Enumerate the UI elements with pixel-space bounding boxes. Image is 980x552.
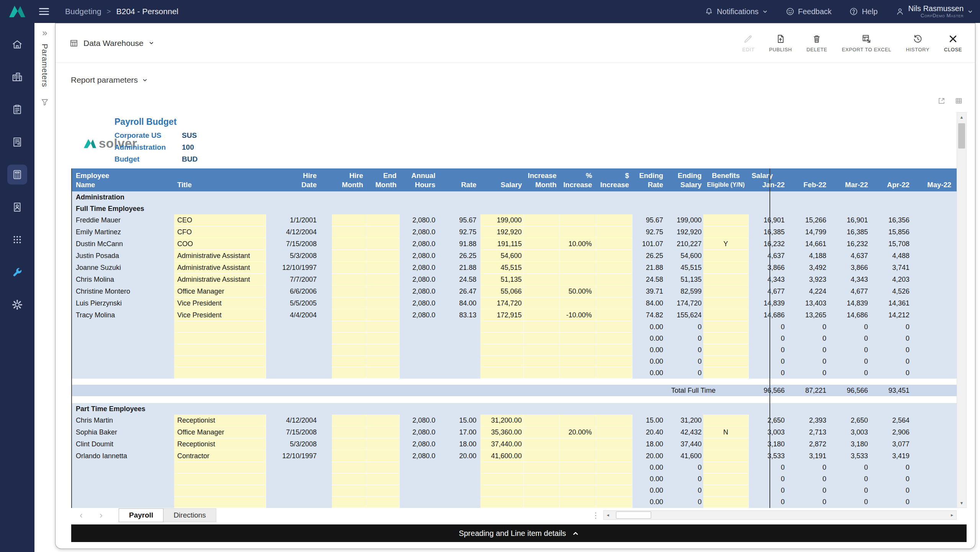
cell-benefits[interactable]	[703, 274, 748, 286]
cell-benefits[interactable]	[703, 250, 748, 262]
cell-end_month[interactable]	[366, 321, 399, 333]
cell-salary[interactable]: 172,915	[480, 309, 524, 321]
cell-increase_month[interactable]	[523, 321, 559, 333]
cell-end_month[interactable]	[366, 415, 399, 426]
cell-end_month[interactable]	[366, 286, 399, 297]
cell-increase_month[interactable]	[523, 250, 559, 262]
cell-end_month[interactable]	[366, 250, 399, 262]
cell-salary[interactable]	[480, 462, 524, 473]
sidebar-item-tasks[interactable]	[7, 100, 27, 119]
cell-title[interactable]: Vice President	[174, 297, 266, 309]
history-button[interactable]: HISTORY	[906, 34, 929, 52]
cell-title[interactable]: Office Manager	[174, 426, 266, 438]
cell-pct_increase[interactable]: 50.00%	[560, 286, 596, 297]
cell-hire_month[interactable]	[332, 415, 366, 426]
menu-icon[interactable]	[39, 8, 49, 15]
cell-title[interactable]: Receptionist	[174, 438, 266, 450]
cell-pct_increase[interactable]	[560, 333, 596, 344]
cell-benefits[interactable]	[703, 415, 748, 426]
cell-increase_month[interactable]	[523, 297, 559, 309]
cell-hire_month[interactable]	[332, 262, 366, 274]
cell-hire_month[interactable]	[332, 473, 366, 485]
cell-benefits[interactable]	[703, 262, 748, 274]
cell-pct_increase[interactable]: 20.00%	[560, 426, 596, 438]
cell-pct_increase[interactable]	[560, 438, 596, 450]
horizontal-scrollbar-thumb[interactable]	[616, 511, 651, 519]
cell-increase_month[interactable]	[523, 485, 559, 496]
cell-title[interactable]	[174, 321, 266, 333]
cell-hire_month[interactable]	[332, 496, 366, 508]
cell-dollar_increase[interactable]	[596, 473, 632, 485]
cell-salary[interactable]	[480, 367, 524, 379]
cell-dollar_increase[interactable]	[596, 321, 632, 333]
horizontal-scroll-track[interactable]	[612, 511, 948, 519]
cell-benefits[interactable]	[703, 226, 748, 238]
cell-salary[interactable]: 191,115	[480, 238, 524, 250]
cell-benefits[interactable]	[703, 356, 748, 367]
cell-end_month[interactable]	[366, 367, 399, 379]
cell-salary[interactable]: 199,000	[480, 214, 524, 226]
cell-dollar_increase[interactable]	[596, 438, 632, 450]
cell-pct_increase[interactable]	[560, 473, 596, 485]
cell-hire_month[interactable]	[332, 450, 366, 462]
cell-increase_month[interactable]	[523, 415, 559, 426]
cell-dollar_increase[interactable]	[596, 344, 632, 356]
cell-salary[interactable]: 31,200.00	[480, 415, 524, 426]
cell-increase_month[interactable]	[523, 367, 559, 379]
cell-salary[interactable]	[480, 333, 524, 344]
cell-increase_month[interactable]	[523, 214, 559, 226]
cell-end_month[interactable]	[366, 238, 399, 250]
cell-increase_month[interactable]	[523, 333, 559, 344]
cell-pct_increase[interactable]	[560, 214, 596, 226]
cell-benefits[interactable]	[703, 462, 748, 473]
cell-benefits[interactable]	[703, 214, 748, 226]
cell-benefits[interactable]	[703, 450, 748, 462]
sidebar-item-modules[interactable]	[7, 230, 27, 250]
cell-salary[interactable]	[480, 344, 524, 356]
cell-salary[interactable]: 35,360.00	[480, 426, 524, 438]
cell-title[interactable]: Administrative Assistant	[174, 250, 266, 262]
cell-benefits[interactable]	[703, 333, 748, 344]
expand-parameters-icon[interactable]: »	[42, 28, 47, 38]
tab-directions[interactable]: Directions	[163, 508, 216, 522]
cell-end_month[interactable]	[366, 297, 399, 309]
cell-end_month[interactable]	[366, 485, 399, 496]
cell-pct_increase[interactable]	[560, 450, 596, 462]
cell-salary[interactable]	[480, 496, 524, 508]
export-to-excel-button[interactable]: EXPORT TO EXCEL	[842, 34, 891, 52]
cell-dollar_increase[interactable]	[596, 297, 632, 309]
cell-increase_month[interactable]	[523, 286, 559, 297]
cell-title[interactable]: Receptionist	[174, 415, 266, 426]
cell-hire_month[interactable]	[332, 309, 366, 321]
tab-payroll[interactable]: Payroll	[119, 508, 163, 522]
cell-hire_month[interactable]	[332, 274, 366, 286]
cell-benefits[interactable]	[703, 309, 748, 321]
cell-dollar_increase[interactable]	[596, 367, 632, 379]
cell-title[interactable]	[174, 496, 266, 508]
cell-pct_increase[interactable]	[560, 274, 596, 286]
cell-increase_month[interactable]	[523, 274, 559, 286]
grid-view-icon[interactable]	[955, 97, 963, 105]
cell-title[interactable]: Vice President	[174, 309, 266, 321]
cell-end_month[interactable]	[366, 473, 399, 485]
cell-salary[interactable]	[480, 356, 524, 367]
cell-pct_increase[interactable]	[560, 356, 596, 367]
cell-dollar_increase[interactable]	[596, 286, 632, 297]
scroll-right-arrow[interactable]: ►	[948, 513, 956, 517]
splitter-grip-icon[interactable]: ⋮	[592, 511, 599, 520]
scroll-down-arrow[interactable]: ▼	[957, 498, 966, 508]
cell-pct_increase[interactable]	[560, 321, 596, 333]
cell-hire_month[interactable]	[332, 250, 366, 262]
cell-title[interactable]	[174, 473, 266, 485]
cell-increase_month[interactable]	[523, 496, 559, 508]
cell-benefits[interactable]	[703, 367, 748, 379]
cell-benefits[interactable]	[703, 286, 748, 297]
scroll-left-arrow[interactable]: ◄	[604, 513, 612, 517]
cell-hire_month[interactable]	[332, 238, 366, 250]
cell-end_month[interactable]	[366, 226, 399, 238]
cell-title[interactable]	[174, 367, 266, 379]
cell-title[interactable]	[174, 462, 266, 473]
sidebar-item-workforce[interactable]	[7, 197, 27, 217]
cell-increase_month[interactable]	[523, 262, 559, 274]
cell-pct_increase[interactable]	[560, 485, 596, 496]
